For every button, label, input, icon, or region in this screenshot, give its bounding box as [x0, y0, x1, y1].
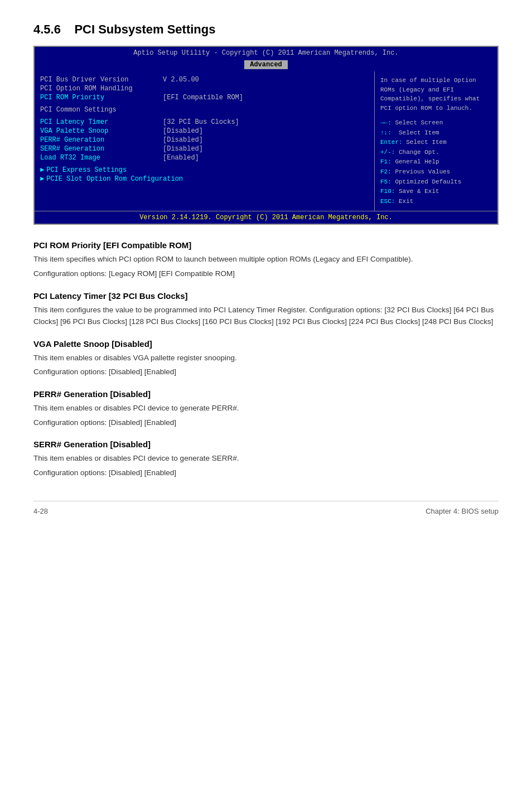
bios-value-perr: [Disabled] — [163, 136, 203, 144]
bios-row-serr: SERR# Generation [Disabled] — [40, 145, 369, 153]
footer-page-number: 4-28 — [33, 507, 48, 515]
doc-heading-vga: VGA Palette Snoop [Disabled] — [33, 339, 499, 349]
section-title: 4.5.6 PCI Subsystem Settings — [33, 22, 499, 37]
bios-tab-bar: Advanced — [35, 59, 497, 71]
bios-row-vga: VGA Palette Snoop [Disabled] — [40, 127, 369, 135]
bios-row-perr: PERR# Generation [Disabled] — [40, 136, 369, 144]
bios-row-common-settings: PCI Common Settings — [40, 106, 369, 114]
bios-value-rt32: [Enabled] — [163, 154, 199, 162]
doc-text-rom-priority-1: This item specifies which PCI option ROM… — [33, 253, 499, 265]
key-row-f10: F10: Save & Exit — [380, 187, 492, 197]
bios-value-rom-priority: [EFI Compatible ROM] — [163, 94, 243, 102]
key-row-change: +/-: Change Opt. — [380, 148, 492, 158]
page-footer: 4-28 Chapter 4: BIOS setup — [33, 501, 499, 515]
key-row-f2: F2: Previous Values — [380, 167, 492, 177]
doc-heading-serr: SERR# Generation [Disabled] — [33, 439, 499, 449]
doc-text-vga-1: This item enables or disables VGA pallet… — [33, 352, 499, 364]
bios-value-serr: [Disabled] — [163, 145, 203, 153]
bios-main: PCI Bus Driver Version V 2.05.00 PCI Opt… — [35, 71, 375, 211]
bios-value-latency: [32 PCI Bus Clocks] — [163, 118, 239, 126]
bios-label-rom-priority: PCI ROM Priority — [40, 94, 163, 102]
bios-submenu-pcie-slot: ► PCIE Slot Option Rom Configuration — [40, 175, 369, 183]
doc-text-serr-1: This item enables or disables PCI device… — [33, 452, 499, 465]
bios-row-bus-driver: PCI Bus Driver Version V 2.05.00 — [40, 76, 369, 84]
bios-value-vga: [Disabled] — [163, 127, 203, 135]
doc-section-rom-priority: PCI ROM Priority [EFI Compatible ROM] Th… — [33, 240, 499, 279]
bios-row-rom-priority: PCI ROM Priority [EFI Compatible ROM] — [40, 94, 369, 102]
doc-text-serr-2: Configuration options: [Disabled] [Enabl… — [33, 467, 499, 479]
key-row-esc: ESC: Exit — [380, 197, 492, 207]
key-row-f1: F1: General Help — [380, 157, 492, 167]
key-row-select-item-arrows: ↑↓: Select Item — [380, 128, 492, 138]
bios-label-serr: SERR# Generation — [40, 145, 163, 153]
bios-tab-advanced: Advanced — [244, 60, 288, 69]
doc-text-perr-2: Configuration options: [Disabled] [Enabl… — [33, 417, 499, 429]
doc-section-perr: PERR# Generation [Disabled] This item en… — [33, 389, 499, 428]
bios-arrow-icon-1: ► — [40, 166, 44, 174]
key-row-select-screen: →←: Select Screen — [380, 118, 492, 128]
bios-value-bus-driver: V 2.05.00 — [163, 76, 199, 84]
bios-header: Aptio Setup Utility - Copyright (C) 2011… — [35, 47, 497, 59]
bios-label-latency: PCI Latency Timer — [40, 118, 163, 126]
footer-chapter: Chapter 4: BIOS setup — [425, 507, 499, 515]
bios-screen: Aptio Setup Utility - Copyright (C) 2011… — [33, 46, 499, 225]
doc-section-latency: PCI Latency Timer [32 PCI Bus Clocks] Th… — [33, 291, 499, 328]
bios-label-rom-handling: PCI Option ROM Handling — [40, 85, 163, 93]
doc-section-serr: SERR# Generation [Disabled] This item en… — [33, 439, 499, 479]
doc-text-perr-1: This item enables or disables PCI device… — [33, 402, 499, 414]
sidebar-info: In case of multiple Option ROMs (Legacy … — [380, 76, 492, 113]
bios-sidebar: In case of multiple Option ROMs (Legacy … — [375, 71, 497, 211]
bios-arrow-icon-2: ► — [40, 175, 44, 183]
bios-submenu-label-2: PCIE Slot Option Rom Configuration — [46, 175, 183, 183]
bios-submenu-pci-express: ► PCI Express Settings — [40, 166, 369, 174]
bios-label-bus-driver: PCI Bus Driver Version — [40, 76, 163, 84]
bios-row-rt32: Load RT32 Image [Enabled] — [40, 154, 369, 162]
key-row-enter: Enter: Select Item — [380, 138, 492, 148]
doc-text-vga-2: Configuration options: [Disabled] [Enabl… — [33, 366, 499, 378]
bios-footer: Version 2.14.1219. Copyright (C) 2011 Am… — [35, 211, 497, 224]
bios-label-rt32: Load RT32 Image — [40, 154, 163, 162]
doc-section-vga: VGA Palette Snoop [Disabled] This item e… — [33, 339, 499, 378]
bios-label-perr: PERR# Generation — [40, 136, 163, 144]
doc-heading-rom-priority: PCI ROM Priority [EFI Compatible ROM] — [33, 240, 499, 250]
bios-submenu-label-1: PCI Express Settings — [46, 166, 127, 174]
doc-heading-perr: PERR# Generation [Disabled] — [33, 389, 499, 399]
bios-label-common-settings: PCI Common Settings — [40, 106, 163, 114]
sidebar-keys: →←: Select Screen ↑↓: Select Item Enter:… — [380, 118, 492, 206]
key-row-f5: F5: Optimized Defaults — [380, 177, 492, 187]
bios-label-vga: VGA Palette Snoop — [40, 127, 163, 135]
doc-text-rom-priority-2: Configuration options: [Legacy ROM] [EFI… — [33, 268, 499, 280]
bios-row-rom-handling: PCI Option ROM Handling — [40, 85, 369, 93]
bios-row-latency: PCI Latency Timer [32 PCI Bus Clocks] — [40, 118, 369, 126]
doc-text-latency-1: This item configures the value to be pro… — [33, 304, 499, 328]
doc-heading-latency: PCI Latency Timer [32 PCI Bus Clocks] — [33, 291, 499, 301]
bios-body: PCI Bus Driver Version V 2.05.00 PCI Opt… — [35, 71, 497, 211]
